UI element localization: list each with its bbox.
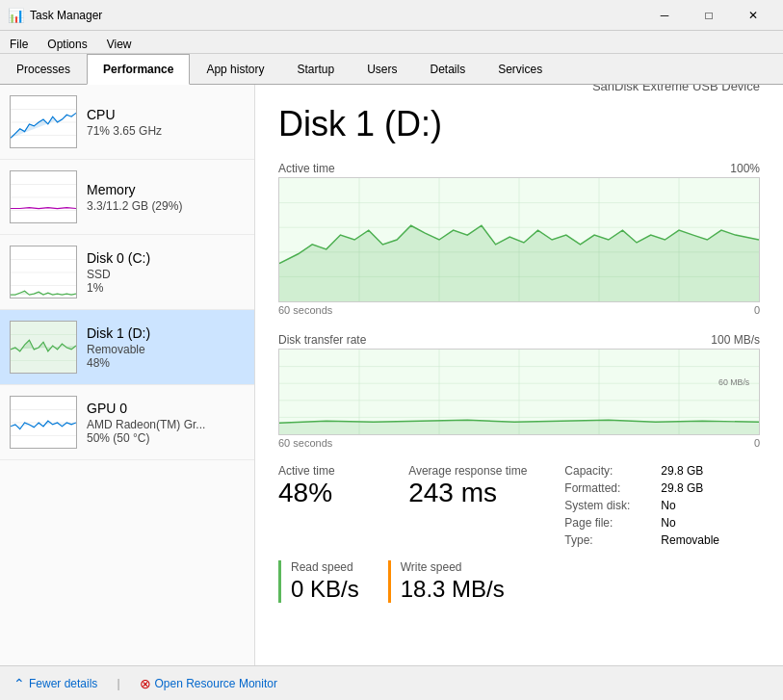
tab-details[interactable]: Details (413, 54, 482, 85)
cpu-name: CPU (87, 107, 245, 122)
tab-startup[interactable]: Startup (280, 54, 351, 85)
system-disk-key: System disk: (564, 499, 661, 512)
gpu-name: GPU 0 (87, 401, 245, 416)
open-resource-monitor-link[interactable]: ⊗ Open Resource Monitor (140, 676, 277, 691)
chart2-footer: 60 seconds 0 (278, 437, 760, 449)
read-speed-label: Read speed (291, 560, 359, 574)
write-speed-item: Write speed 18.3 MB/s (388, 560, 505, 603)
page-file-val: No (661, 516, 675, 530)
info-system-disk: System disk: No (564, 499, 760, 512)
title-bar: 📊 Task Manager ─ □ ✕ (0, 0, 783, 31)
type-val: Removable (661, 533, 719, 547)
maximize-button[interactable]: □ (687, 0, 731, 31)
info-page-file: Page file: No (564, 516, 760, 530)
chart1-header: Active time 100% (278, 162, 760, 175)
avg-response-value: 243 ms (408, 478, 564, 508)
main-content: CPU 71% 3.65 GHz Memory 3.3/11.2 GB (29%… (0, 85, 783, 665)
minimize-button[interactable]: ─ (642, 0, 687, 31)
svg-rect-8 (11, 246, 76, 298)
active-time-stat: Active time 48% (278, 464, 408, 551)
close-button[interactable]: ✕ (731, 0, 775, 31)
chart2-header: Disk transfer rate 100 MB/s (278, 333, 760, 347)
info-table: Capacity: 29.8 GB Formatted: 29.8 GB Sys… (564, 464, 760, 547)
chart2-container: 60 MB/s (278, 349, 760, 435)
capacity-key: Capacity: (564, 464, 661, 478)
svg-rect-16 (11, 397, 76, 448)
app-icon: 📊 (8, 8, 24, 23)
sidebar: CPU 71% 3.65 GHz Memory 3.3/11.2 GB (29%… (0, 85, 255, 665)
gpu-sub2: 50% (50 °C) (87, 431, 245, 445)
chart1-footer: 60 seconds 0 (278, 304, 760, 316)
sidebar-item-gpu[interactable]: GPU 0 AMD Radeon(TM) Gr... 50% (50 °C) (0, 385, 254, 460)
transfer-rate-chart-section: Disk transfer rate 100 MB/s (278, 333, 760, 449)
write-speed-value: 18.3 MB/s (401, 576, 505, 603)
read-speed-item: Read speed 0 KB/s (278, 560, 359, 603)
capacity-val: 29.8 GB (661, 464, 703, 478)
info-formatted: Formatted: 29.8 GB (564, 481, 760, 495)
disk0-thumbnail (10, 246, 77, 298)
memory-name: Memory (87, 182, 245, 197)
write-speed-label: Write speed (401, 560, 505, 574)
cpu-thumbnail (10, 95, 77, 148)
disk1-sub1: Removable (87, 343, 245, 356)
gpu-thumbnail (10, 396, 77, 449)
disk0-name: Disk 0 (C:) (87, 250, 245, 266)
menu-options[interactable]: Options (38, 33, 96, 51)
read-speed-block: Read speed 0 KB/s (291, 560, 359, 603)
tab-services[interactable]: Services (482, 54, 559, 85)
page-file-key: Page file: (564, 516, 661, 530)
title-bar-controls: ─ □ ✕ (642, 0, 775, 31)
formatted-key: Formatted: (564, 481, 661, 495)
disk1-info: Disk 1 (D:) Removable 48% (87, 325, 245, 370)
menu-view[interactable]: View (97, 33, 142, 51)
active-time-value: 48% (278, 478, 408, 508)
sidebar-item-cpu[interactable]: CPU 71% 3.65 GHz (0, 85, 254, 160)
menu-bar: File Options View (0, 31, 783, 54)
read-speed-bar (278, 560, 281, 603)
chart2-label: Disk transfer rate (278, 333, 366, 347)
gpu-sub1: AMD Radeon(TM) Gr... (87, 418, 245, 431)
sidebar-item-disk1[interactable]: Disk 1 (D:) Removable 48% (0, 310, 254, 385)
gpu-info: GPU 0 AMD Radeon(TM) Gr... 50% (50 °C) (87, 401, 245, 445)
write-speed-block: Write speed 18.3 MB/s (401, 560, 505, 603)
tab-performance[interactable]: Performance (87, 54, 190, 85)
detail-title: Disk 1 (D:) (278, 104, 442, 143)
chart1-label: Active time (278, 162, 335, 175)
detail-subtitle: SanDisk Extreme USB Device (592, 85, 760, 104)
write-speed-bar (388, 560, 391, 603)
footer-separator: | (117, 677, 119, 690)
info-capacity: Capacity: 29.8 GB (564, 464, 760, 478)
chevron-up-icon: ⌃ (13, 676, 25, 691)
disk0-info: Disk 0 (C:) SSD 1% (87, 250, 245, 295)
svg-rect-4 (11, 171, 76, 222)
resource-monitor-label: Open Resource Monitor (155, 677, 277, 690)
avg-response-label: Average response time (408, 464, 564, 478)
tab-processes[interactable]: Processes (0, 54, 87, 85)
fewer-details-label: Fewer details (29, 677, 97, 690)
disk1-thumbnail (10, 321, 77, 374)
avg-response-stat: Average response time 243 ms (408, 464, 564, 551)
disk1-sub2: 48% (87, 356, 245, 370)
chart1-time-left: 60 seconds (278, 304, 332, 316)
chart1-time-right: 0 (754, 304, 760, 316)
fewer-details-link[interactable]: ⌃ Fewer details (13, 676, 97, 691)
stats-row: Active time 48% Average response time 24… (278, 464, 760, 551)
chart2-scale-max: 100 MB/s (711, 333, 760, 347)
memory-info: Memory 3.3/11.2 GB (29%) (87, 182, 245, 213)
chart2-time-left: 60 seconds (278, 437, 332, 449)
menu-file[interactable]: File (0, 33, 38, 51)
cpu-info: CPU 71% 3.65 GHz (87, 107, 245, 138)
tab-bar: Processes Performance App history Startu… (0, 54, 783, 85)
chart1-container (278, 177, 760, 302)
footer: ⌃ Fewer details | ⊗ Open Resource Monito… (0, 665, 783, 700)
sidebar-item-memory[interactable]: Memory 3.3/11.2 GB (29%) (0, 160, 254, 235)
svg-text:60 MB/s: 60 MB/s (718, 377, 750, 387)
tab-app-history[interactable]: App history (190, 54, 280, 85)
active-time-label: Active time (278, 464, 408, 478)
cpu-sub: 71% 3.65 GHz (87, 124, 245, 138)
sidebar-item-disk0[interactable]: Disk 0 (C:) SSD 1% (0, 235, 254, 310)
memory-thumbnail (10, 170, 77, 223)
active-time-chart-section: Active time 100% (278, 162, 760, 316)
tab-users[interactable]: Users (351, 54, 413, 85)
type-key: Type: (564, 533, 661, 547)
